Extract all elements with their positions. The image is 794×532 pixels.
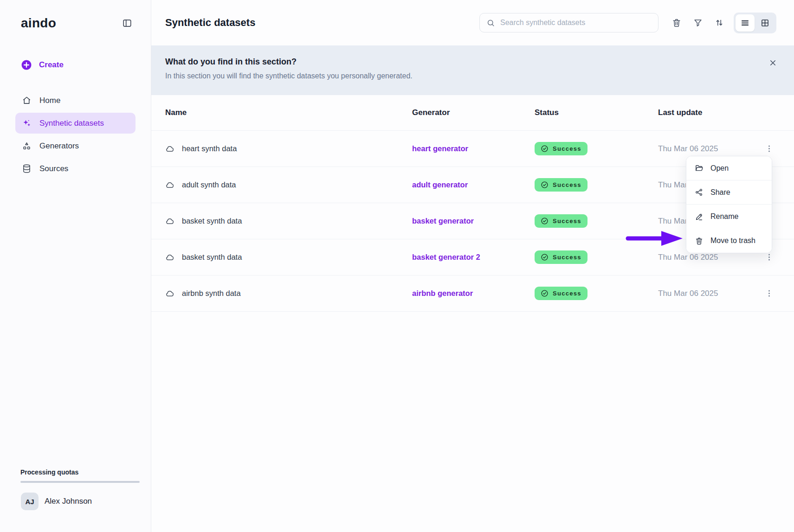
table-row[interactable]: airbnb synth data airbnb generator Succe…: [151, 276, 794, 312]
sidebar-item-home[interactable]: Home: [15, 90, 136, 111]
cloud-icon: [165, 144, 175, 154]
dataset-name: adult synth data: [182, 180, 236, 189]
status-label: Success: [553, 290, 581, 297]
nodes-icon: [22, 141, 32, 151]
menu-item-open[interactable]: Open: [686, 156, 772, 180]
table-header: Name Generator Status Last update: [151, 95, 794, 131]
menu-item-move-to-trash[interactable]: Move to trash: [686, 229, 772, 253]
last-update: Thu Mar 06 2025: [658, 144, 718, 154]
column-header-generator: Generator: [412, 108, 535, 117]
database-icon: [22, 164, 32, 173]
sidebar-item-label: Sources: [39, 164, 68, 173]
check-circle-icon: [541, 145, 549, 153]
sidebar-item-label: Generators: [39, 141, 79, 151]
kebab-icon: [765, 253, 774, 262]
kebab-icon: [765, 289, 774, 298]
page-title: Synthetic datasets: [165, 17, 255, 29]
status-label: Success: [553, 145, 581, 152]
row-actions-button[interactable]: [763, 142, 775, 155]
dataset-name: basket synth data: [182, 253, 242, 262]
column-header-status: Status: [535, 108, 658, 117]
menu-item-share[interactable]: Share: [686, 180, 772, 205]
sort-icon: [714, 18, 724, 28]
filter-icon: [693, 18, 703, 28]
sidebar-nav: Home Synthetic datasets Generators Sourc…: [15, 90, 136, 179]
trash-icon: [695, 237, 704, 245]
grid-view-icon: [760, 18, 770, 28]
list-view-icon: [740, 18, 750, 28]
check-circle-icon: [541, 289, 549, 297]
banner-subtitle: In this section you will find the synthe…: [165, 72, 776, 80]
status-badge: Success: [535, 250, 587, 264]
trash-button[interactable]: [666, 12, 687, 33]
home-icon: [22, 96, 32, 105]
plus-circle-icon: [21, 59, 32, 71]
banner-close-button[interactable]: [767, 57, 779, 69]
grid-view-button[interactable]: [755, 14, 775, 32]
last-update: Thu Mar 06 2025: [658, 253, 718, 262]
kebab-icon: [765, 144, 774, 153]
info-banner: What do you find in this section? In thi…: [151, 45, 794, 95]
processing-quotas-label: Processing quotas: [20, 468, 78, 476]
page-header: Synthetic datasets: [151, 0, 794, 45]
avatar: AJ: [21, 493, 39, 510]
dataset-name: heart synth data: [182, 144, 237, 153]
check-circle-icon: [541, 253, 549, 261]
status-badge: Success: [535, 142, 587, 155]
generator-link[interactable]: basket generator: [412, 217, 535, 225]
status-label: Success: [553, 218, 581, 224]
row-actions-button[interactable]: [763, 287, 775, 300]
user-menu[interactable]: AJ Alex Johnson: [21, 493, 92, 510]
sparkles-icon: [22, 118, 32, 128]
cloud-icon: [165, 252, 175, 262]
check-circle-icon: [541, 181, 549, 189]
sidebar: aindo Create Home: [0, 0, 151, 532]
user-name: Alex Johnson: [45, 497, 92, 506]
create-button[interactable]: Create: [21, 59, 64, 71]
pencil-icon: [695, 212, 704, 221]
generator-link[interactable]: basket generator 2: [412, 253, 535, 262]
trash-icon: [671, 18, 682, 28]
sidebar-item-label: Home: [39, 96, 60, 105]
sidebar-toggle-button[interactable]: [120, 16, 134, 30]
menu-item-label: Open: [710, 164, 729, 173]
share-icon: [695, 188, 704, 197]
column-header-name: Name: [165, 108, 412, 117]
search-box: [479, 13, 658, 32]
sort-button[interactable]: [709, 12, 730, 33]
status-label: Success: [553, 181, 581, 188]
cloud-icon: [165, 288, 175, 298]
status-badge: Success: [535, 287, 587, 300]
quota-progress-bar: [20, 481, 140, 483]
view-toggle: [734, 13, 776, 33]
row-context-menu: Open Share Rename Move to trash: [686, 156, 772, 253]
cloud-icon: [165, 216, 175, 226]
status-label: Success: [553, 254, 581, 261]
generator-link[interactable]: airbnb generator: [412, 289, 535, 298]
search-input[interactable]: [500, 19, 652, 27]
status-badge: Success: [535, 178, 587, 192]
app-logo: aindo: [21, 16, 56, 31]
panel-toggle-icon: [122, 18, 132, 28]
create-label: Create: [39, 60, 64, 70]
generator-link[interactable]: adult generator: [412, 180, 535, 189]
dataset-name: basket synth data: [182, 217, 242, 225]
banner-title: What do you find in this section?: [165, 57, 776, 67]
sidebar-item-synthetic-datasets[interactable]: Synthetic datasets: [15, 113, 136, 134]
cloud-icon: [165, 180, 175, 190]
last-update: Thu Mar 06 2025: [658, 289, 718, 298]
sidebar-item-sources[interactable]: Sources: [15, 158, 136, 179]
generator-link[interactable]: heart generator: [412, 144, 535, 153]
close-icon: [768, 58, 777, 67]
menu-item-rename[interactable]: Rename: [686, 205, 772, 229]
main-content: Synthetic datasets: [151, 0, 794, 532]
filter-button[interactable]: [687, 12, 709, 33]
sidebar-item-label: Synthetic datasets: [39, 119, 104, 128]
sidebar-item-generators[interactable]: Generators: [15, 135, 136, 156]
app-window: aindo Create Home: [0, 0, 794, 532]
folder-open-icon: [695, 164, 704, 173]
check-circle-icon: [541, 217, 549, 225]
menu-item-label: Rename: [710, 212, 738, 221]
column-header-last-update: Last update: [658, 108, 775, 117]
list-view-button[interactable]: [736, 14, 755, 32]
